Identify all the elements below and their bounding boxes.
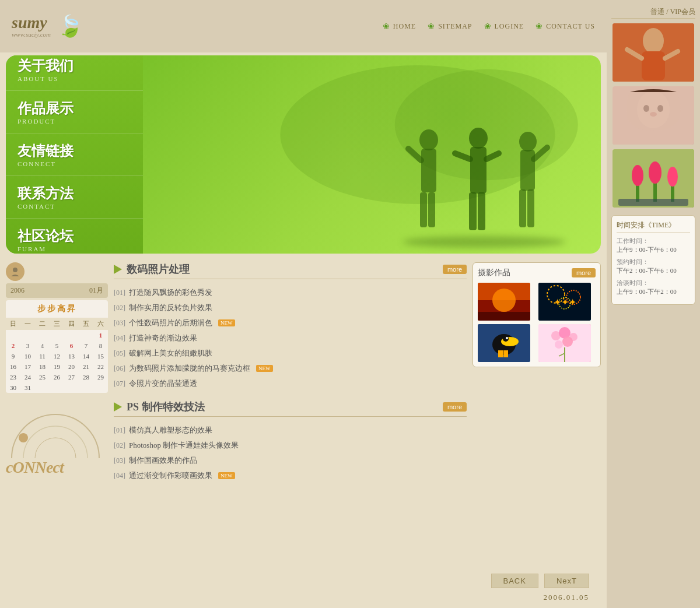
logo-text: sumy (12, 15, 51, 31)
svg-rect-26 (478, 312, 530, 321)
photo-section-title: 摄影作品 (478, 268, 510, 278)
nav-label-sitemap: SITEMAP (438, 22, 472, 31)
new-badge: NEW (256, 365, 273, 372)
time-label-1: 工作时间： (617, 237, 690, 245)
svg-line-12 (487, 153, 499, 159)
sidebar-photo-2[interactable] (612, 86, 694, 145)
section-digital-photo: 数码照片处理 more [01] 打造随风飘扬的彩色秀发 [02] 制作实用的反… (114, 262, 467, 391)
silhouette-svg (402, 125, 554, 242)
person-icon (6, 262, 24, 281)
sidebar-photo-3[interactable] (612, 149, 694, 208)
cal-row-6: 3031 (6, 382, 108, 393)
clover-icon-sitemap: ❀ (428, 22, 435, 31)
back-button[interactable]: BACK (491, 574, 538, 588)
photo-thumb-fireworks[interactable] (538, 283, 591, 321)
svg-line-11 (455, 153, 470, 159)
svg-rect-15 (519, 189, 526, 227)
time-row-3: 洽谈时间： 上午9：00-下午2：00 (617, 279, 690, 296)
svg-rect-5 (428, 192, 435, 227)
leaf-icon: 🍃 (57, 14, 83, 38)
list-item: [01] 打造随风飘扬的彩色秀发 (114, 285, 467, 300)
calendar-year: 2006 (10, 286, 24, 295)
svg-rect-36 (498, 350, 503, 357)
time-value-1: 上午9：00-下午6：00 (617, 245, 690, 254)
footer-date: 2006.01.05 (6, 593, 601, 606)
connect-text: cONNect (6, 458, 108, 477)
photo-section-more-btn[interactable]: more (572, 268, 596, 277)
svg-rect-16 (527, 189, 534, 227)
svg-rect-37 (503, 350, 508, 357)
person-svg (9, 266, 21, 277)
photo-thumb-sunset[interactable] (478, 283, 530, 321)
fireworks-svg (538, 283, 591, 321)
cal-day-2[interactable]: 2 (6, 340, 20, 351)
svg-point-58 (632, 165, 643, 186)
section1-list: [01] 打造随风飘扬的彩色秀发 [02] 制作实用的反转负片效果 [03] 个… (114, 285, 467, 391)
header: sumy www.suciy.com 🍃 ❀ HOME ❀ SITEMAP ❀ (0, 0, 607, 52)
photo-section-box: 摄影作品 more (473, 262, 601, 367)
photo-thumb-bird[interactable] (478, 324, 530, 362)
cal-th-tue: 二 (35, 318, 50, 330)
cal-row-4: 161718 19202122 (6, 361, 108, 372)
list-item: [02] Photoshop 制作卡通娃娃头像效果 (114, 438, 467, 453)
cal-row-2: 2 345 6 78 (6, 340, 108, 351)
logo-area: sumy www.suciy.com 🍃 (12, 14, 83, 38)
nav-en-product: PRODUCT (18, 118, 131, 125)
section1-header: 数码照片处理 more (114, 262, 467, 279)
center-content: 数码照片处理 more [01] 打造随风飘扬的彩色秀发 [02] 制作实用的反… (114, 262, 467, 563)
nav-cn-forum: 社区论坛 (18, 227, 131, 245)
nav-product[interactable]: 作品展示 PRODUCT (6, 91, 143, 133)
next-button[interactable]: NexT (544, 574, 589, 588)
cal-day-6[interactable]: 6 (64, 340, 79, 351)
cal-row-5: 232425 26272829 (6, 372, 108, 382)
sidebar-girl2-svg (612, 86, 694, 145)
sidebar-photo-1[interactable] (612, 23, 694, 82)
svg-point-18 (13, 268, 18, 272)
nav-cn-connect: 友情链接 (18, 142, 131, 160)
nav-item-logine[interactable]: ❀ LOGINE (484, 22, 524, 31)
arc-svg (6, 400, 105, 458)
play-icon-1 (114, 265, 122, 274)
play-icon-2 (114, 402, 122, 412)
time-label-3: 洽谈时间： (617, 279, 690, 287)
section-ps-effects: PS 制作特效技法 more [01] 模仿真人雕塑形态的效果 [02] Pho… (114, 400, 467, 483)
nav-about-us[interactable]: 关于我们 ABOUT US (6, 55, 143, 91)
nav-en-about: ABOUT US (18, 75, 131, 82)
nav-item-home[interactable]: ❀ HOME (383, 22, 416, 31)
section1-more-btn[interactable]: more (443, 265, 467, 274)
logo-url: www.suciy.com (12, 31, 51, 38)
nav-en-forum: FURAM (18, 245, 131, 252)
cal-th-fri: 五 (79, 318, 93, 330)
list-item: [05] 破解网上美女的细嫩肌肤 (114, 346, 467, 361)
nav-label-home: HOME (393, 22, 416, 31)
connect-text-area: cONNect (6, 458, 108, 477)
list-item: [06] 为数码照片添加朦胧的的马赛克边框 NEW (114, 361, 467, 376)
bird-svg (478, 324, 530, 362)
section1-title: 数码照片处理 (127, 262, 190, 276)
nav-en-connect: CONNECT (18, 160, 131, 167)
time-value-3: 上午9：00-下午2：00 (617, 287, 690, 296)
section2-title: PS 制作特效技法 (127, 400, 205, 414)
svg-point-13 (519, 132, 537, 152)
cal-th-wed: 三 (50, 318, 64, 330)
member-title: 普通 / VIP会员 (611, 6, 695, 19)
cal-row-3: 91011 12131415 (6, 351, 108, 361)
nav-forum[interactable]: 社区论坛 FURAM (6, 219, 143, 254)
section1-title-area: 数码照片处理 (114, 262, 190, 276)
cal-th-mon: 一 (20, 318, 35, 330)
svg-point-60 (649, 161, 662, 184)
time-row-2: 预约时间： 下午2：00-下午6：00 (617, 258, 690, 275)
cal-th-sat: 六 (93, 318, 108, 330)
new-badge: NEW (218, 472, 235, 479)
photo-thumb-flowers[interactable] (538, 324, 591, 362)
time-row-1: 工作时间： 上午9：00-下午6：00 (617, 237, 690, 254)
nav-contact[interactable]: 联系方法 CONTACT (6, 176, 143, 219)
footer-area: BACK NexT 2006.01.05 (0, 569, 607, 608)
section2-more-btn[interactable]: more (443, 402, 467, 412)
nav-item-contact[interactable]: ❀ CONTACT US (536, 22, 595, 31)
arc-decoration (6, 400, 108, 458)
nav-connect[interactable]: 友情链接 CONNECT (6, 133, 143, 176)
cal-th-sun: 日 (6, 318, 20, 330)
nav-item-sitemap[interactable]: ❀ SITEMAP (428, 22, 472, 31)
cal-day-1[interactable]: 1 (93, 330, 108, 340)
